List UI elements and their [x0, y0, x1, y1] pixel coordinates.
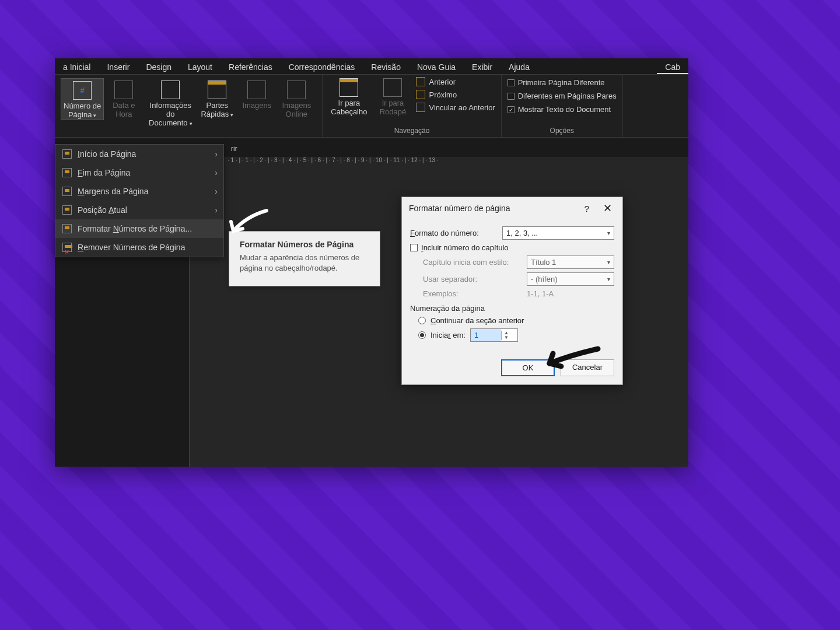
format-page-numbers-icon — [62, 224, 72, 233]
menu-current-position[interactable]: Posição Atual › — [55, 201, 223, 219]
chapter-style-label: Capítulo inicia com estilo: — [423, 258, 522, 267]
chevron-right-icon: › — [215, 168, 218, 177]
start-at-input[interactable] — [471, 329, 501, 341]
separator-label: Usar separador: — [423, 275, 522, 284]
annotation-arrow-white — [229, 208, 270, 237]
start-at-spinner[interactable]: ▲▼ — [470, 328, 518, 342]
horizontal-ruler: · 1 · | · 1 · | · 2 · | · 3 · | · 4 · | … — [224, 157, 688, 167]
word-app-window: a Inicial Inserir Design Layout Referênc… — [55, 58, 688, 467]
help-button[interactable]: ? — [578, 204, 596, 214]
goto-header-button[interactable]: Ir paraCabeçalho — [328, 76, 369, 117]
tooltip-body: Mudar a aparência dos números de página … — [240, 253, 369, 273]
page-top-icon — [62, 149, 72, 159]
previous-section-link[interactable]: Anterior — [416, 77, 495, 86]
ribbon-tabs: a Inicial Inserir Design Layout Referênc… — [55, 58, 688, 75]
examples-value: 1-1, 1-A — [527, 289, 554, 298]
tab-correspondencias[interactable]: Correspondências — [281, 60, 363, 74]
separator-combo[interactable]: - (hífen)▾ — [527, 272, 614, 286]
images-button[interactable]: Imagens — [237, 78, 276, 110]
page-numbering-section: Numeração da página — [410, 304, 614, 313]
tab-revisao[interactable]: Revisão — [363, 60, 409, 74]
tab-inserir[interactable]: Inserir — [99, 60, 138, 74]
dialog-title: Formatar número de página — [409, 204, 510, 213]
menu-top-of-page[interactable]: IInício da Páginanício da Página › — [55, 145, 223, 163]
navigation-group-label: Navegação — [328, 127, 495, 136]
continue-section-radio[interactable]: Continuar da seção anterior — [418, 316, 614, 325]
page-number-menu: IInício da Páginanício da Página › Fim d… — [55, 144, 224, 257]
images-online-button[interactable]: ImagensOnline — [276, 78, 316, 119]
menu-page-margins[interactable]: Margens da Página › — [55, 182, 223, 201]
quick-parts-button[interactable]: PartesRápidas — [197, 78, 237, 119]
tab-layout[interactable]: Layout — [180, 60, 220, 74]
tooltip-title: Formatar Números de Página — [240, 240, 369, 249]
chevron-right-icon: › — [215, 149, 218, 159]
page-number-button[interactable]: # Número dePágina — [61, 78, 104, 120]
date-time-button[interactable]: Data eHora — [104, 78, 144, 119]
chevron-right-icon: › — [215, 205, 218, 215]
tab-exibir[interactable]: Exibir — [464, 60, 501, 74]
image-icon — [247, 80, 266, 99]
show-text-check[interactable]: Mostrar Texto do Document — [508, 105, 617, 114]
link-icon — [416, 103, 425, 112]
spin-down-icon[interactable]: ▼ — [502, 335, 511, 340]
menu-format-page-numbers[interactable]: Formatar Números de Página... — [55, 219, 223, 238]
menu-bottom-of-page[interactable]: Fim da Página › — [55, 163, 223, 182]
menu-remove-page-numbers[interactable]: Remover Números de Página — [55, 238, 223, 257]
tab-design[interactable]: Design — [138, 60, 180, 74]
close-button[interactable]: ✕ — [596, 202, 619, 215]
chevron-right-icon: › — [215, 187, 218, 196]
annotation-arrow-dark — [542, 343, 601, 372]
header-icon — [340, 78, 358, 97]
include-chapter-check[interactable]: Incluir número do capítulo — [410, 243, 614, 252]
examples-label: Exemplos: — [423, 289, 522, 298]
number-format-label: Formato do número: — [410, 229, 498, 237]
doc-info-button[interactable]: Informações doDocumento — [144, 78, 197, 128]
page-bottom-icon — [62, 168, 72, 177]
different-odd-even-check[interactable]: Diferentes em Páginas Pares — [508, 92, 617, 100]
options-group-label: Opções — [508, 127, 617, 136]
page-number-icon: # — [73, 81, 92, 100]
calendar-icon — [114, 80, 133, 99]
doc-info-icon — [161, 80, 180, 99]
remove-page-numbers-icon — [62, 243, 72, 252]
tab-inicial[interactable]: a Inicial — [55, 60, 99, 74]
quick-parts-icon — [208, 80, 226, 99]
chapter-style-combo[interactable]: Título 1▾ — [527, 256, 614, 269]
current-position-icon — [62, 205, 72, 215]
tab-referencias[interactable]: Referências — [220, 60, 281, 74]
ruler-fragment: rir — [231, 145, 237, 153]
dialog-titlebar: Formatar número de página ? ✕ — [402, 197, 622, 219]
tooltip-format-page-numbers: Formatar Números de Página Mudar a aparê… — [229, 231, 380, 286]
different-first-page-check[interactable]: Primeira Página Diferente — [508, 78, 617, 87]
globe-image-icon — [287, 80, 306, 99]
link-previous-link[interactable]: Vincular ao Anterior — [416, 103, 495, 112]
footer-icon — [383, 78, 402, 97]
goto-footer-button[interactable]: Ir paraRodapé — [373, 76, 412, 117]
number-format-combo[interactable]: 1, 2, 3, ...▾ — [502, 226, 614, 240]
ribbon: # Número dePágina Data eHora Informações… — [55, 75, 688, 138]
tab-ajuda[interactable]: Ajuda — [501, 60, 538, 74]
next-section-link[interactable]: Próximo — [416, 90, 495, 99]
arrow-down-icon — [416, 90, 425, 99]
arrow-up-icon — [416, 77, 425, 86]
tab-novaguia[interactable]: Nova Guia — [409, 60, 464, 74]
page-margins-icon — [62, 187, 72, 196]
tab-cabecalho[interactable]: Cab — [657, 60, 688, 74]
start-at-radio[interactable]: Iniciar em: ▲▼ — [418, 328, 614, 342]
